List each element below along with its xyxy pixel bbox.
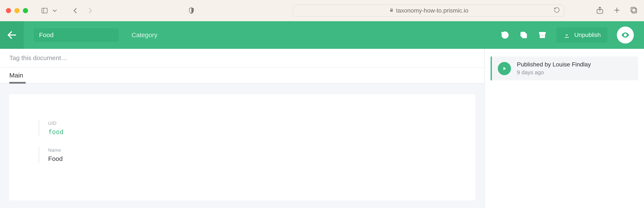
- svg-rect-10: [521, 32, 525, 36]
- editor-canvas: UID food Name Food: [0, 84, 484, 208]
- publish-status-card[interactable]: Published by Louise Findlay 9 days ago: [490, 56, 638, 80]
- tabs-row: Main: [0, 68, 484, 84]
- window-close-button[interactable]: [6, 8, 11, 13]
- field-name[interactable]: Name Food: [38, 147, 446, 163]
- document-title: Food: [39, 32, 54, 39]
- browser-chrome: taxonomy-how-to.prismic.io: [0, 0, 644, 21]
- svg-rect-6: [632, 8, 637, 13]
- window-zoom-button[interactable]: [23, 8, 28, 13]
- preview-button[interactable]: [617, 26, 634, 44]
- window-minimize-button[interactable]: [14, 8, 20, 13]
- new-tab-icon[interactable]: [612, 6, 621, 15]
- address-bar[interactable]: taxonomy-how-to.prismic.io: [293, 5, 564, 16]
- main-column: Main UID food Name Food: [0, 49, 484, 208]
- unpublish-label: Unpublish: [574, 32, 601, 38]
- tag-row: [0, 49, 484, 68]
- url-text: taxonomy-how-to.prismic.io: [396, 7, 468, 14]
- share-icon[interactable]: [596, 6, 604, 15]
- field-uid-label: UID: [48, 120, 446, 126]
- nav-back-icon[interactable]: [71, 6, 80, 15]
- unpublish-button[interactable]: Unpublish: [556, 28, 608, 43]
- svg-rect-0: [42, 8, 47, 13]
- back-button[interactable]: [0, 21, 24, 49]
- field-uid[interactable]: UID food: [38, 120, 446, 136]
- lock-icon: [389, 7, 394, 14]
- svg-rect-13: [542, 35, 543, 36]
- sidebar-toggle-icon[interactable]: [40, 6, 49, 15]
- side-column: Published by Louise Findlay 9 days ago: [484, 49, 644, 208]
- play-icon: [498, 62, 511, 75]
- copy-icon[interactable]: [519, 30, 528, 40]
- tag-input[interactable]: [9, 54, 475, 62]
- tab-main[interactable]: Main: [9, 72, 23, 83]
- tab-overview-icon[interactable]: [630, 6, 638, 15]
- svg-rect-2: [390, 10, 393, 12]
- privacy-shield-icon[interactable]: [187, 6, 196, 15]
- document-type-label: Category: [132, 32, 158, 39]
- svg-rect-7: [631, 8, 636, 12]
- window-controls: [6, 8, 28, 13]
- publish-time: 9 days ago: [517, 69, 591, 76]
- field-name-value: Food: [48, 155, 446, 162]
- app-toolbar: Food Category Unpublish: [0, 21, 644, 49]
- fields-card: UID food Name Food: [9, 94, 475, 200]
- field-name-label: Name: [48, 148, 446, 153]
- field-uid-value: food: [48, 128, 446, 136]
- svg-rect-11: [539, 32, 546, 34]
- svg-point-14: [625, 34, 626, 36]
- history-icon[interactable]: [500, 30, 510, 40]
- publish-status-line: Published by Louise Findlay: [517, 61, 591, 68]
- reload-icon[interactable]: [554, 7, 560, 15]
- archive-icon[interactable]: [538, 30, 547, 40]
- chevron-down-icon[interactable]: [50, 6, 59, 15]
- nav-forward-icon: [86, 6, 94, 15]
- document-title-chip[interactable]: Food: [34, 28, 119, 42]
